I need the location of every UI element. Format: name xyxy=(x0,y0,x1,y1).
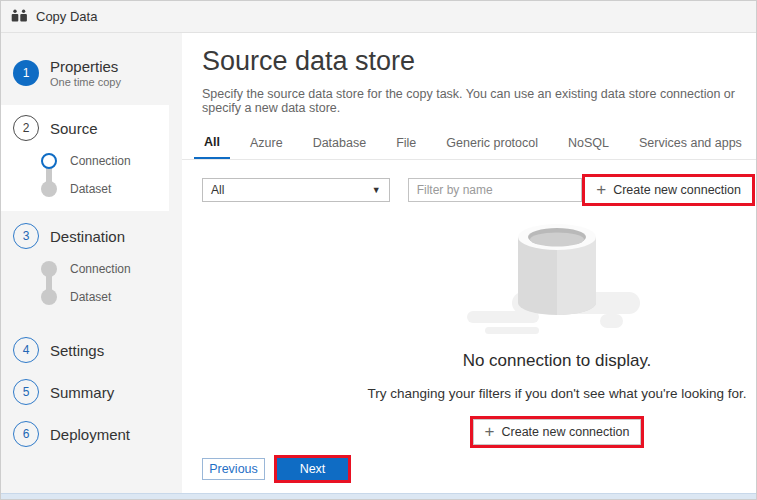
empty-state-hint: Try changing your filters if you don't s… xyxy=(337,386,757,401)
substep-label: Dataset xyxy=(70,182,111,196)
source-substeps: Connection Dataset xyxy=(1,147,169,203)
page-title: Source data store xyxy=(202,46,756,77)
create-new-connection-button[interactable]: + Create new connection xyxy=(585,177,752,203)
tab-database[interactable]: Database xyxy=(313,129,367,159)
annotation-highlight-box: + Create new connection xyxy=(470,416,645,448)
step-number-badge: 3 xyxy=(13,223,39,249)
substep-circle-icon xyxy=(41,181,57,197)
substep-label: Connection xyxy=(70,262,131,276)
step-label: Source xyxy=(50,120,98,137)
sidebar-item-destination-connection[interactable]: Connection xyxy=(1,255,169,283)
sidebar-item-summary[interactable]: 5 Summary xyxy=(1,375,182,409)
step-sublabel: One time copy xyxy=(50,76,121,88)
step-number-badge: 5 xyxy=(13,379,39,405)
app-header: Copy Data xyxy=(1,1,756,33)
empty-database-illustration xyxy=(467,224,647,339)
filter-row: All ▼ + Create new connection xyxy=(182,174,756,206)
annotation-highlight-box: Next xyxy=(274,455,351,483)
window-bottom-edge xyxy=(1,493,756,499)
copy-data-wizard-window: Copy Data 1 Properties One time copy 2 S… xyxy=(0,0,757,500)
step-label: Destination xyxy=(50,228,125,245)
step-number-badge: 4 xyxy=(13,337,39,363)
tab-azure[interactable]: Azure xyxy=(250,129,283,159)
step-label: Settings xyxy=(50,342,104,359)
main-panel: Source data store Specify the source dat… xyxy=(182,33,756,493)
chevron-down-icon: ▼ xyxy=(372,185,381,195)
plus-icon: + xyxy=(485,423,495,440)
type-filter-dropdown[interactable]: All ▼ xyxy=(202,178,390,202)
next-button[interactable]: Next xyxy=(277,458,348,480)
step-label: Summary xyxy=(50,384,114,401)
sidebar-item-source[interactable]: 2 Source xyxy=(1,111,169,145)
substep-circle-icon xyxy=(41,153,57,169)
tab-all[interactable]: All xyxy=(194,128,230,159)
annotation-highlight-box: + Create new connection xyxy=(582,174,755,206)
step-label: Deployment xyxy=(50,426,130,443)
sidebar-item-properties[interactable]: 1 Properties One time copy xyxy=(1,49,182,97)
destination-substeps: Connection Dataset xyxy=(1,255,169,311)
app-title: Copy Data xyxy=(36,9,97,24)
sidebar-group-source: 2 Source Connection Dataset xyxy=(1,105,169,211)
tab-services-and-apps[interactable]: Services and apps xyxy=(639,129,742,159)
sidebar-item-source-dataset[interactable]: Dataset xyxy=(1,175,169,203)
plus-icon: + xyxy=(596,181,606,198)
sidebar-item-destination[interactable]: 3 Destination xyxy=(1,219,169,253)
tab-file[interactable]: File xyxy=(396,129,416,159)
wizard-steps-sidebar: 1 Properties One time copy 2 Source Conn… xyxy=(1,33,182,493)
connector-category-tabs: All Azure Database File Generic protocol… xyxy=(182,128,756,160)
copy-data-icon xyxy=(11,9,28,24)
sidebar-item-source-connection[interactable]: Connection xyxy=(1,147,169,175)
sidebar-item-deployment[interactable]: 6 Deployment xyxy=(1,417,182,451)
create-new-connection-button-empty[interactable]: + Create new connection xyxy=(473,419,642,445)
page-description: Specify the source data store for the co… xyxy=(202,87,756,115)
step-number-badge: 6 xyxy=(13,421,39,447)
substep-circle-icon xyxy=(41,261,57,277)
step-number-badge: 2 xyxy=(13,115,39,141)
step-number-badge: 1 xyxy=(13,60,39,86)
type-filter-value: All xyxy=(211,183,224,197)
step-label: Properties xyxy=(50,58,121,75)
name-filter-input[interactable] xyxy=(408,178,583,202)
sidebar-item-destination-dataset[interactable]: Dataset xyxy=(1,283,169,311)
create-new-connection-label: Create new connection xyxy=(613,183,741,197)
empty-state: No connection to display. Try changing y… xyxy=(337,224,757,448)
substep-label: Dataset xyxy=(70,290,111,304)
substep-label: Connection xyxy=(70,154,131,168)
substep-circle-icon xyxy=(41,289,57,305)
previous-button[interactable]: Previous xyxy=(202,458,265,480)
tab-generic-protocol[interactable]: Generic protocol xyxy=(446,129,538,159)
empty-state-title: No connection to display. xyxy=(337,351,757,371)
wizard-footer: Previous Next xyxy=(202,455,756,483)
create-new-connection-label: Create new connection xyxy=(502,425,630,439)
sidebar-item-settings[interactable]: 4 Settings xyxy=(1,333,182,367)
sidebar-group-destination: 3 Destination Connection Dataset xyxy=(1,213,169,319)
tab-nosql[interactable]: NoSQL xyxy=(568,129,609,159)
